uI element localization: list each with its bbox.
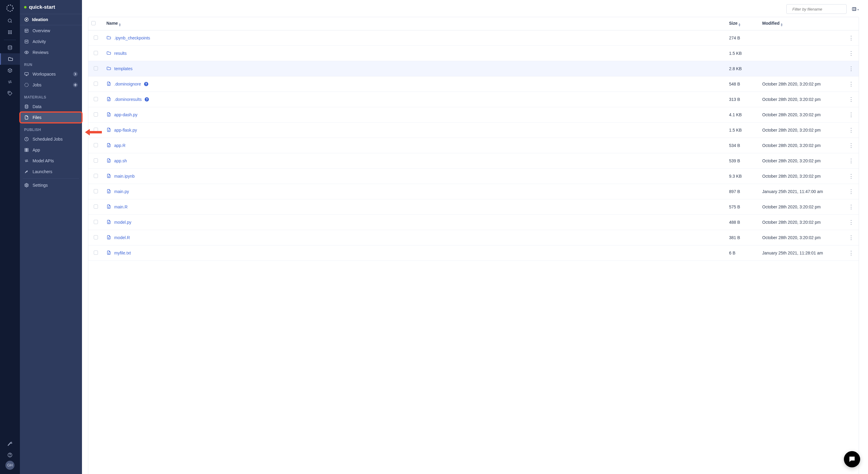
checkbox-icon[interactable] — [94, 81, 98, 86]
sidebar-item-settings[interactable]: Settings — [20, 180, 82, 191]
cell-name[interactable]: results — [103, 46, 726, 61]
file-link[interactable]: .ipynb_checkpoints — [114, 36, 150, 40]
help-icon[interactable]: ? — [144, 82, 148, 86]
kebab-icon[interactable]: ⋮ — [848, 81, 854, 87]
cell-name[interactable]: app.R — [103, 138, 726, 153]
kebab-icon[interactable]: ⋮ — [848, 219, 854, 225]
sidebar-item-reviews[interactable]: Reviews — [20, 47, 82, 58]
file-link[interactable]: app.sh — [114, 159, 127, 163]
kebab-icon[interactable]: ⋮ — [848, 35, 854, 41]
user-avatar[interactable]: GH — [5, 461, 14, 470]
file-link[interactable]: .dominoresults — [114, 97, 142, 102]
kebab-icon[interactable]: ⋮ — [848, 235, 854, 241]
cell-name[interactable]: .dominoignore? — [103, 76, 726, 92]
table-row[interactable]: main.py897 BJanuary 25th 2021, 11:47:00 … — [88, 184, 859, 199]
sidebar-item-activity[interactable]: Activity — [20, 36, 82, 47]
checkbox-icon[interactable] — [94, 143, 98, 147]
cell-name[interactable]: app.sh — [103, 153, 726, 169]
kebab-icon[interactable]: ⋮ — [848, 250, 854, 256]
sidebar-item-scheduled-jobs[interactable]: Scheduled Jobs — [20, 134, 82, 144]
table-row[interactable]: results1.5 KB⋮ — [88, 46, 859, 61]
table-row[interactable]: app-flask.py1.5 KBOctober 28th 2020, 3:2… — [88, 123, 859, 138]
file-link[interactable]: app.R — [114, 143, 125, 148]
sidebar-item-launchers[interactable]: Launchers — [20, 166, 82, 177]
cell-checkbox[interactable] — [88, 215, 103, 230]
file-link[interactable]: model.R — [114, 235, 130, 240]
cell-checkbox[interactable] — [88, 92, 103, 107]
cell-actions[interactable]: ⋮ — [844, 199, 859, 215]
rail-cube-icon[interactable] — [0, 65, 20, 76]
table-row[interactable]: app.R534 BOctober 28th 2020, 3:20:02 pm⋮ — [88, 138, 859, 153]
help-icon[interactable]: ? — [145, 97, 149, 101]
cell-actions[interactable]: ⋮ — [844, 92, 859, 107]
checkbox-icon[interactable] — [94, 112, 98, 116]
file-link[interactable]: main.ipynb — [114, 174, 135, 178]
table-row[interactable]: model.py488 BOctober 28th 2020, 3:20:02 … — [88, 215, 859, 230]
cell-name[interactable]: templates — [103, 61, 726, 76]
table-row[interactable]: app-dash.py4.1 KBOctober 28th 2020, 3:20… — [88, 107, 859, 123]
file-link[interactable]: results — [114, 51, 127, 56]
file-link[interactable]: main.py — [114, 189, 129, 194]
cell-name[interactable]: app-flask.py — [103, 123, 726, 138]
checkbox-icon[interactable] — [94, 159, 98, 163]
rail-wrench-icon[interactable] — [0, 438, 20, 449]
cell-actions[interactable]: ⋮ — [844, 30, 859, 46]
cell-name[interactable]: app-dash.py — [103, 107, 726, 123]
section-ideation[interactable]: Ideation — [20, 14, 82, 25]
cell-actions[interactable]: ⋮ — [844, 169, 859, 184]
table-row[interactable]: .dominoresults?313 BOctober 28th 2020, 3… — [88, 92, 859, 107]
rail-search-icon[interactable] — [0, 15, 20, 27]
columns-toggle[interactable]: ▾ — [851, 6, 859, 12]
cell-name[interactable]: myfile.txt — [103, 245, 726, 261]
table-row[interactable]: main.ipynb9.3 KBOctober 28th 2020, 3:20:… — [88, 169, 859, 184]
cell-actions[interactable]: ⋮ — [844, 153, 859, 169]
cell-name[interactable]: model.R — [103, 230, 726, 245]
cell-name[interactable]: main.R — [103, 199, 726, 215]
plus-icon[interactable] — [73, 82, 78, 87]
cell-name[interactable]: model.py — [103, 215, 726, 230]
cell-actions[interactable]: ⋮ — [844, 107, 859, 123]
sidebar-item-data[interactable]: Data — [20, 101, 82, 112]
filename-search[interactable] — [786, 4, 846, 14]
cell-actions[interactable]: ⋮ — [844, 61, 859, 76]
rail-grid-icon[interactable] — [0, 27, 20, 38]
cell-actions[interactable]: ⋮ — [844, 46, 859, 61]
kebab-icon[interactable]: ⋮ — [848, 50, 854, 56]
cell-checkbox[interactable] — [88, 230, 103, 245]
checkbox-icon[interactable] — [94, 174, 98, 178]
sidebar-item-files[interactable]: Files — [20, 112, 82, 123]
th-select-all[interactable] — [88, 17, 103, 30]
cell-name[interactable]: main.ipynb — [103, 169, 726, 184]
kebab-icon[interactable]: ⋮ — [848, 127, 854, 133]
rail-transfer-icon[interactable] — [0, 76, 20, 88]
file-link[interactable]: model.py — [114, 220, 131, 225]
checkbox-icon[interactable] — [94, 36, 98, 40]
cell-actions[interactable]: ⋮ — [844, 138, 859, 153]
table-row[interactable]: .ipynb_checkpoints274 B⋮ — [88, 30, 859, 46]
checkbox-icon[interactable] — [94, 97, 98, 101]
table-row[interactable]: app.sh539 BOctober 28th 2020, 3:20:02 pm… — [88, 153, 859, 169]
file-link[interactable]: main.R — [114, 204, 127, 209]
brand-logo[interactable] — [5, 3, 15, 13]
checkbox-icon[interactable] — [94, 235, 98, 239]
kebab-icon[interactable]: ⋮ — [848, 66, 854, 72]
kebab-icon[interactable]: ⋮ — [848, 96, 854, 102]
cell-checkbox[interactable] — [88, 138, 103, 153]
checkbox-icon[interactable] — [94, 66, 98, 70]
th-size[interactable]: Size▴▾ — [726, 17, 759, 30]
table-row[interactable]: templates2.8 KB⋮ — [88, 61, 859, 76]
cell-checkbox[interactable] — [88, 30, 103, 46]
intercom-launcher[interactable] — [844, 451, 860, 467]
table-row[interactable]: .dominoignore?548 BOctober 28th 2020, 3:… — [88, 76, 859, 92]
kebab-icon[interactable]: ⋮ — [848, 189, 854, 195]
file-link[interactable]: app-dash.py — [114, 112, 137, 117]
checkbox-icon[interactable] — [94, 51, 98, 55]
checkbox-icon[interactable] — [94, 128, 98, 132]
sidebar-item-jobs[interactable]: Jobs — [20, 79, 82, 90]
checkbox-icon[interactable] — [94, 250, 98, 255]
cell-actions[interactable]: ⋮ — [844, 230, 859, 245]
cell-checkbox[interactable] — [88, 107, 103, 123]
kebab-icon[interactable]: ⋮ — [848, 173, 854, 179]
rail-help-icon[interactable] — [0, 449, 20, 461]
cell-actions[interactable]: ⋮ — [844, 76, 859, 92]
